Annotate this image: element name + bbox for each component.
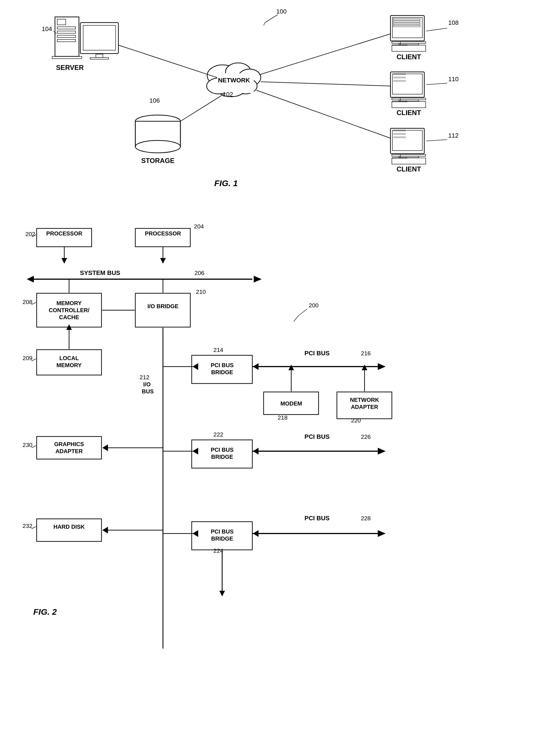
client3-label: CLIENT: [397, 165, 421, 173]
svg-rect-8: [83, 25, 116, 50]
ref-202: 202: [25, 231, 35, 237]
iobus-label2: BUS: [142, 388, 154, 394]
svg-marker-90: [378, 363, 386, 370]
svg-rect-115: [37, 519, 102, 541]
ref-226: 226: [361, 433, 371, 440]
ref-228: 228: [361, 515, 371, 521]
svg-marker-74: [254, 276, 262, 283]
fig1-caption: FIG. 1: [214, 179, 238, 188]
svg-marker-117: [102, 527, 108, 533]
svg-text:▭▭▭▭: ▭▭▭▭: [393, 135, 406, 139]
svg-marker-108: [378, 530, 386, 537]
svg-line-58: [118, 45, 217, 78]
localmem-label1: LOCAL: [60, 355, 79, 361]
netadapter-label1: NETWORK: [350, 397, 379, 403]
ref-206: 206: [195, 270, 205, 276]
ref-220: 220: [351, 417, 361, 423]
proc1-label: PROCESSOR: [46, 230, 82, 237]
svg-rect-1: [57, 19, 66, 25]
ref-204: 204: [194, 223, 204, 230]
svg-text:▭▭▭▭: ▭▭▭▭: [393, 79, 406, 83]
pcibr1-label1: PCI BUS: [211, 362, 234, 368]
graphics-label1: GRAPHICS: [54, 441, 84, 447]
ref-106: 106: [150, 97, 160, 104]
server-label: SERVER: [56, 64, 84, 71]
svg-rect-10: [90, 58, 109, 59]
svg-marker-93: [288, 365, 294, 370]
storage-label: STORAGE: [141, 157, 175, 164]
iobus-label: I/O: [143, 381, 151, 387]
svg-marker-72: [27, 276, 34, 283]
ref-104: 104: [42, 25, 52, 32]
pcibus2-label: PCI BUS: [304, 433, 329, 440]
client1-label: CLIENT: [397, 53, 421, 61]
svg-rect-25: [392, 17, 422, 38]
localmem-label2: MEMORY: [56, 362, 82, 368]
ref-108: 108: [448, 19, 459, 26]
svg-line-59: [181, 93, 226, 121]
ref-232: 232: [23, 522, 32, 529]
sysbus-label: SYSTEM BUS: [80, 269, 120, 276]
svg-rect-77: [135, 293, 190, 327]
pcibr2-label2: BRIDGE: [211, 454, 233, 460]
ref-208: 208: [23, 299, 32, 305]
svg-marker-96: [362, 365, 367, 370]
graphics-label2: ADAPTER: [56, 448, 83, 454]
ref-216: 216: [361, 350, 371, 357]
svg-text:▭▭▭▭▭: ▭▭▭▭▭: [392, 99, 407, 103]
svg-text:▭▭▭▭▭: ▭▭▭▭▭: [392, 156, 407, 160]
modem-label: MODEM: [280, 400, 302, 406]
ref-210: 210: [196, 289, 206, 295]
pcibr3-label2: BRIDGE: [211, 535, 233, 542]
svg-line-60: [260, 34, 390, 75]
ref-112: 112: [448, 132, 459, 139]
svg-line-63: [265, 15, 278, 23]
client2-label: CLIENT: [397, 109, 421, 117]
memctrl-label1: MEMORY: [56, 300, 82, 306]
svg-line-46: [426, 83, 447, 85]
svg-marker-102: [378, 448, 386, 454]
svg-marker-110: [219, 591, 225, 596]
svg-marker-113: [102, 444, 108, 451]
netadapter-label2: ADAPTER: [351, 404, 378, 410]
proc2-label: PROCESSOR: [145, 230, 181, 237]
svg-line-61: [261, 82, 390, 86]
ref-214: 214: [214, 347, 223, 353]
ref-110: 110: [448, 76, 459, 83]
memctrl-label3: CACHE: [59, 314, 79, 320]
svg-rect-9: [96, 54, 103, 58]
ref-209: 209: [23, 355, 32, 361]
memctrl-label2: CONTROLLER/: [49, 307, 90, 313]
svg-line-57: [426, 140, 447, 141]
pcibus3-label: PCI BUS: [304, 515, 329, 522]
svg-marker-71: [160, 258, 166, 264]
pcibus1-label: PCI BUS: [304, 350, 329, 357]
ref-200: 200: [309, 302, 318, 309]
ref-218: 218: [278, 414, 287, 421]
svg-line-62: [257, 90, 390, 138]
svg-line-35: [426, 28, 447, 31]
svg-line-120: [298, 309, 307, 316]
network-label-text: NETWORK: [218, 77, 250, 84]
svg-marker-69: [61, 258, 67, 264]
fig2-caption: FIG. 2: [33, 607, 57, 616]
pcibr2-label1: PCI BUS: [211, 447, 234, 453]
iobridge-label1: I/O BRIDGE: [148, 303, 179, 309]
svg-line-121: [294, 316, 298, 322]
ref-212: 212: [140, 374, 150, 380]
ref-230: 230: [23, 441, 32, 448]
ref-102: 102: [223, 91, 233, 98]
pcibr1-label2: BRIDGE: [211, 369, 233, 375]
pcibr3-label1: PCI BUS: [211, 528, 234, 535]
svg-text:▭▭▭▭▭: ▭▭▭▭▭: [392, 43, 407, 47]
svg-point-21: [135, 140, 181, 153]
ref-100: 100: [276, 8, 287, 15]
ref-222: 222: [214, 431, 223, 437]
harddisk-label1: HARD DISK: [53, 524, 85, 530]
svg-line-64: [264, 23, 265, 25]
svg-rect-111: [37, 436, 102, 459]
